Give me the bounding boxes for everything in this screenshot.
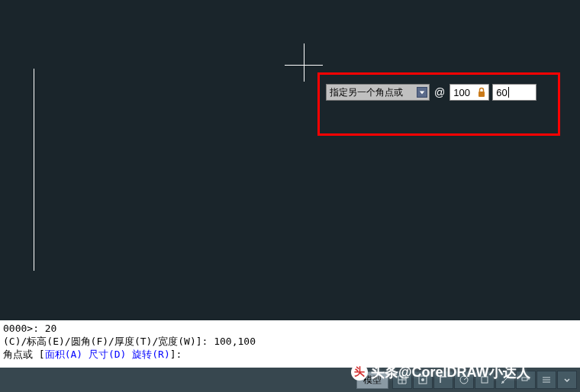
prompt-label: 指定另一个角点或	[330, 86, 403, 99]
svg-rect-1	[478, 92, 485, 97]
y-value: 60	[496, 87, 507, 98]
x-coordinate-input[interactable]: 100	[450, 84, 489, 101]
command-prompt: 角点或 [面积(A) 尺寸(D) 旋转(R)]:	[3, 348, 577, 361]
watermark-logo-icon: 头	[351, 364, 368, 381]
at-symbol: @	[433, 86, 446, 98]
text-cursor	[508, 87, 509, 98]
highlight-annotation	[317, 72, 560, 136]
lwt-toggle[interactable]	[536, 371, 556, 389]
more-toggle[interactable]	[557, 371, 577, 389]
prompt-dropdown[interactable]: 指定另一个角点或	[326, 84, 430, 101]
drawing-canvas[interactable]: 指定另一个角点或 @ 100 60	[0, 0, 580, 320]
lock-icon	[477, 87, 486, 98]
drawn-line	[34, 69, 34, 271]
watermark-text: 头条@CorelDRAW小达人	[371, 363, 530, 381]
command-history-2: (C)/标高(E)/圆角(F)/厚度(T)/宽度(W)]: 100,100	[3, 335, 577, 348]
svg-marker-0	[420, 91, 424, 94]
y-coordinate-input[interactable]: 60	[492, 84, 536, 101]
watermark: 头 头条@CorelDRAW小达人	[351, 363, 530, 381]
dropdown-icon[interactable]	[417, 87, 427, 98]
command-history-1: 0000>: 20	[3, 322, 577, 335]
command-line-area[interactable]: 0000>: 20 (C)/标高(E)/圆角(F)/厚度(T)/宽度(W)]: …	[0, 320, 580, 368]
dynamic-input-tooltip: 指定另一个角点或 @ 100 60	[326, 84, 536, 101]
x-value: 100	[453, 87, 470, 98]
